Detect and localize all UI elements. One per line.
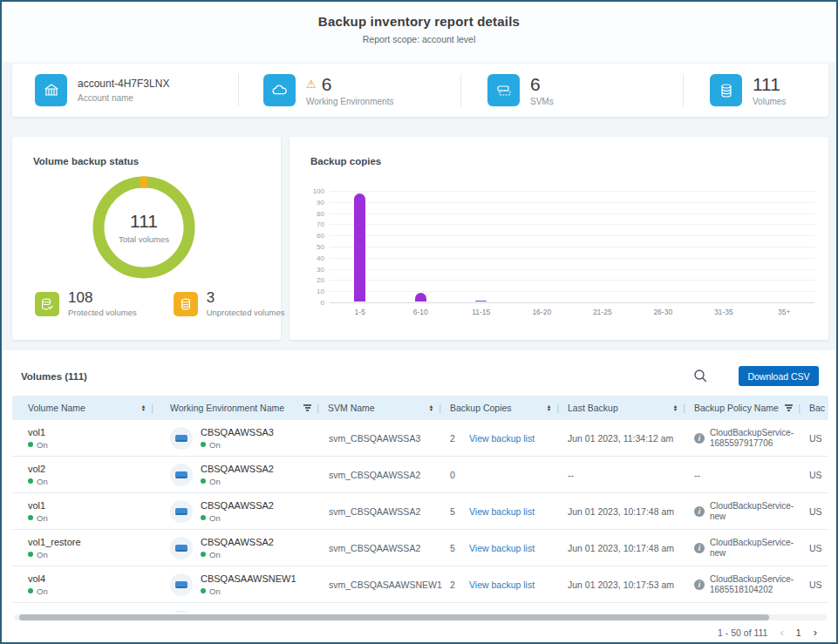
info-icon[interactable]: i [694, 580, 705, 590]
horizontal-scrollbar-thumb[interactable] [19, 614, 769, 620]
search-icon[interactable] [692, 368, 710, 385]
status-dot-icon [201, 442, 206, 447]
download-csv-button[interactable]: Download CSV [739, 366, 819, 386]
region-cell: US [806, 566, 828, 602]
working-environment-cell: CBSQAAWSSA2On [159, 457, 324, 492]
region-cell: US [806, 530, 828, 566]
view-backup-list-link[interactable]: View backup list [469, 433, 535, 444]
working-environment-icon [170, 464, 193, 486]
region-cell [806, 603, 828, 613]
table-row[interactable]: vol1OnCBSQAAWSSA2Onsvm_CBSQAAWSSA25View … [12, 493, 828, 530]
table-row[interactable]: vol1OnCBSQAAWSSA3Onsvm_CBSQAAWSSA32View … [12, 420, 828, 457]
column-header-label: Working Environment Name [170, 403, 303, 413]
table-row[interactable]: vol1_restoreOnCBSQAAWSSA2Onsvm_CBSQAAWSS… [12, 530, 828, 566]
view-backup-list-link[interactable]: View backup list [469, 506, 535, 517]
column-header[interactable]: Volume Name▲▼| [12, 396, 159, 420]
working-environments-count: 6 [322, 75, 332, 93]
gridline [330, 269, 814, 270]
gridline [330, 224, 814, 225]
info-icon[interactable]: i [694, 506, 705, 517]
backup-policy-cell [691, 603, 806, 613]
sort-icon[interactable]: ▲▼ [141, 404, 146, 411]
last-backup-cell [564, 603, 691, 613]
column-header[interactable]: Bac [806, 396, 828, 420]
x-axis-tick: 35+ [754, 308, 815, 316]
volumes-summary: 111 Volumes [684, 64, 828, 117]
cloud-icon [263, 74, 296, 106]
column-header[interactable]: Last Backup▲▼| [564, 396, 691, 420]
report-scope: Report scope: account level [2, 34, 836, 44]
x-axis-tick: 1-5 [330, 308, 391, 316]
svms-count: 6 [530, 75, 554, 93]
column-header-label: Last Backup [568, 403, 673, 413]
status-dot-icon [201, 552, 206, 557]
pagination-next-icon[interactable]: › [814, 626, 817, 639]
sort-icon[interactable]: ▲▼ [673, 404, 678, 411]
status-dot-icon [28, 442, 33, 447]
table-row[interactable]: fpv11CBSQASAAWSNEW1 [12, 603, 828, 613]
state-indicator: On [201, 477, 274, 486]
working-environment-name: CBSQAAWSSA2 [201, 464, 274, 474]
state-indicator: On [28, 440, 48, 450]
status-dot-icon [201, 588, 206, 593]
volumes-table-section: Volumes (111) Download CSV Volume Name▲▼… [2, 350, 836, 642]
pagination-page-number[interactable]: 1 [796, 627, 801, 638]
horizontal-scrollbar-track[interactable] [14, 614, 827, 620]
backup-copies-card: Backup copies 0102030405060708090100 1-5… [290, 137, 828, 340]
report-header: Backup inventory report details Report s… [2, 2, 836, 62]
working-environment-icon [170, 500, 193, 523]
unprotected-volumes-count: 3 [207, 290, 285, 305]
svm-name-cell [324, 603, 446, 613]
last-backup-cell: Jun 01 2023, 11:34:12 am [564, 420, 691, 456]
y-axis-tick: 50 [317, 243, 324, 251]
backup-policy-cell: -- [691, 457, 806, 492]
state-indicator: On [28, 550, 48, 559]
column-header[interactable]: Backup Policy Name| [691, 396, 806, 420]
warning-icon: ⚠ [306, 78, 317, 90]
account-id: account-4H7F3LNX [78, 78, 169, 90]
sort-icon[interactable]: ▲▼ [547, 404, 551, 411]
sort-icon[interactable]: ▲▼ [429, 404, 433, 411]
state-indicator: On [201, 550, 274, 559]
gridline [330, 202, 814, 203]
view-backup-list-link[interactable]: View backup list [469, 543, 535, 553]
volumes-table-title: Volumes (111) [21, 371, 87, 382]
state-indicator: On [28, 477, 48, 486]
table-row[interactable]: vol4OnCBSQASAAWSNEW1Onsvm_CBSQASAAWSNEW1… [12, 566, 828, 603]
protected-volumes-icon [35, 292, 59, 316]
column-header[interactable]: Backup Copies▲▼| [446, 396, 564, 420]
pagination-range: 1 - 50 of 111 [718, 627, 767, 638]
working-environment-cell: CBSQAAWSSA2On [159, 493, 324, 529]
info-icon[interactable]: i [694, 543, 705, 553]
pagination-prev-icon[interactable]: ‹ [780, 626, 783, 639]
volume-name-cell: fpv11 [12, 603, 159, 613]
last-backup-cell: Jun 01 2023, 10:17:48 am [564, 493, 691, 529]
status-dot-icon [28, 515, 33, 520]
status-dot-icon [28, 552, 33, 557]
column-header[interactable]: SVM Name▲▼| [324, 396, 446, 420]
volume-name: vol1 [28, 500, 45, 511]
working-environment-cell: CBSQASAAWSNEW1On [159, 566, 324, 602]
y-axis-tick: 60 [317, 232, 324, 240]
svm-name-cell: svm_CBSQAAWSSA2 [324, 493, 446, 529]
working-environments-summary: ⚠ 6 Working Environments [239, 64, 461, 117]
protected-volumes-count: 108 [68, 290, 137, 305]
column-header[interactable]: Working Environment Name| [159, 396, 324, 420]
column-header-label: SVM Name [328, 403, 429, 413]
column-divider: | [439, 403, 441, 413]
view-backup-list-link[interactable]: View backup list [469, 580, 535, 590]
gridline [330, 302, 814, 303]
state-indicator: On [28, 513, 48, 523]
info-icon[interactable]: i [694, 433, 705, 444]
x-axis-tick: 21-25 [572, 308, 633, 316]
volume-name: vol2 [28, 464, 45, 474]
filter-icon[interactable] [303, 404, 311, 411]
svms-label: SVMs [530, 97, 554, 106]
column-header-label: Backup Copies [450, 403, 547, 413]
backup-copies-cell: 0 [446, 457, 564, 492]
table-row[interactable]: vol2OnCBSQAAWSSA2Onsvm_CBSQAAWSSA20----U… [12, 457, 828, 493]
working-environment-cell: CBSQASAAWSNEW1 [159, 603, 324, 613]
y-axis-tick: 30 [317, 265, 324, 273]
filter-icon[interactable] [785, 404, 793, 411]
volume-name: vol1_restore [28, 537, 81, 547]
